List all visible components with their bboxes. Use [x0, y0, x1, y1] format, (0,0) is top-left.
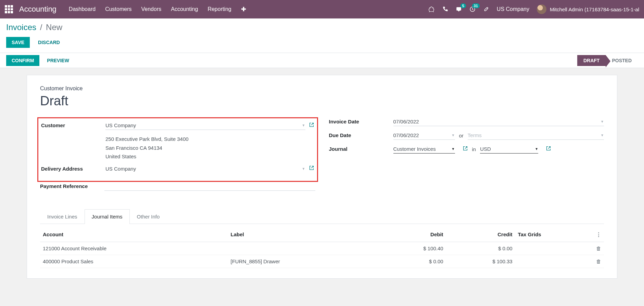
col-label: Label — [228, 227, 377, 242]
chevron-down-icon: ▼ — [601, 133, 604, 137]
breadcrumb: Invoices / New — [6, 23, 638, 32]
chevron-down-icon: ▼ — [601, 120, 604, 123]
col-account: Account — [40, 227, 228, 242]
activities-badge: 31 — [472, 3, 480, 8]
columns-menu-icon[interactable]: ⋮ — [596, 231, 601, 237]
discard-button[interactable]: DISCARD — [33, 37, 65, 48]
nav-new-icon[interactable]: ✚ — [241, 5, 246, 13]
chevron-down-icon: ▼ — [452, 133, 455, 137]
journal-items-table: Account Label Debit Credit Tax Grids ⋮ 1… — [40, 227, 604, 268]
delete-row-icon[interactable]: 🗑 — [596, 245, 601, 251]
label-payref: Payment Reference — [40, 182, 104, 189]
delivery-external-link-icon[interactable] — [309, 165, 314, 172]
brand-title[interactable]: Accounting — [19, 5, 56, 14]
user-name: Mitchell Admin (17163784-saas-15-1-al — [550, 6, 639, 12]
company-switcher[interactable]: US Company — [497, 6, 529, 12]
due-date-field[interactable]: 07/06/2022 ▼ — [393, 131, 455, 140]
invoice-date-field[interactable]: 07/06/2022 ▼ — [393, 117, 604, 126]
messages-badge: 5 — [460, 3, 466, 8]
form-sheet: Customer Invoice Draft Customer US Compa… — [27, 75, 617, 279]
col-credit: Credit — [446, 227, 515, 242]
payment-terms-field[interactable]: Terms ▼ — [468, 131, 604, 140]
avatar — [537, 4, 546, 14]
nav-accounting[interactable]: Accounting — [171, 6, 198, 12]
messages-icon[interactable]: 5 — [456, 6, 462, 12]
form-subtitle: Customer Invoice — [40, 85, 604, 92]
tab-invoice-lines[interactable]: Invoice Lines — [40, 209, 85, 224]
chevron-down-icon: ▼ — [302, 167, 305, 171]
nav-reporting[interactable]: Reporting — [207, 6, 231, 12]
journal-external-link-icon[interactable] — [463, 146, 468, 152]
nav-links: Dashboard Customers Vendors Accounting R… — [69, 6, 231, 12]
save-button[interactable]: SAVE — [6, 37, 30, 48]
label-journal: Journal — [329, 145, 393, 152]
bug-icon[interactable] — [428, 6, 434, 12]
confirm-button[interactable]: CONFIRM — [6, 55, 39, 66]
label-customer: Customer — [41, 121, 105, 128]
nav-vendors[interactable]: Vendors — [141, 6, 162, 12]
apps-icon[interactable] — [5, 5, 13, 13]
label-due-date: Due Date — [329, 131, 393, 138]
status-posted[interactable]: POSTED — [606, 55, 638, 66]
col-debit: Debit — [377, 227, 446, 242]
top-navbar: Accounting Dashboard Customers Vendors A… — [0, 0, 644, 18]
activities-icon[interactable]: 31 — [469, 6, 476, 12]
user-menu[interactable]: Mitchell Admin (17163784-saas-15-1-al — [537, 4, 639, 14]
delivery-field[interactable]: US Company ▼ — [105, 164, 305, 173]
currency-field[interactable]: USD ▼ — [480, 145, 538, 154]
status-draft[interactable]: DRAFT — [577, 55, 606, 66]
highlight-box: Customer US Company ▼ 250 Executive — [37, 117, 318, 182]
table-row[interactable]: 400000 Product Sales [FURN_8855] Drawer … — [40, 255, 604, 268]
notebook-tabs: Invoice Lines Journal Items Other Info — [40, 209, 604, 224]
breadcrumb-parent[interactable]: Invoices — [6, 23, 36, 32]
currency-external-link-icon[interactable] — [546, 146, 551, 152]
preview-button[interactable]: PREVIEW — [41, 55, 75, 66]
customer-address: 250 Executive Park Blvd, Suite 3400 San … — [105, 135, 189, 161]
label-invoice-date: Invoice Date — [329, 117, 393, 124]
journal-field[interactable]: Customer Invoices ▼ — [393, 145, 455, 154]
chevron-down-icon: ▼ — [452, 147, 455, 151]
customer-external-link-icon[interactable] — [309, 122, 314, 129]
col-taxgrids: Tax Grids — [515, 227, 593, 242]
nav-dashboard[interactable]: Dashboard — [69, 6, 96, 12]
payment-reference-field[interactable] — [104, 182, 315, 191]
control-panel: Invoices / New SAVE DISCARD — [0, 18, 644, 53]
tab-other-info[interactable]: Other Info — [130, 209, 167, 224]
table-row[interactable]: 121000 Account Receivable $ 100.40 $ 0.0… — [40, 242, 604, 255]
label-delivery: Delivery Address — [41, 164, 105, 172]
tab-journal-items[interactable]: Journal Items — [85, 209, 130, 224]
form-title: Draft — [40, 94, 604, 108]
phone-icon[interactable] — [442, 6, 448, 12]
breadcrumb-current: New — [46, 23, 62, 32]
nav-customers[interactable]: Customers — [105, 6, 131, 12]
chevron-down-icon: ▼ — [302, 123, 305, 127]
statusbar: CONFIRM PREVIEW DRAFT POSTED — [0, 53, 644, 68]
customer-field[interactable]: US Company ▼ — [105, 121, 305, 130]
chevron-down-icon: ▼ — [535, 147, 538, 151]
tools-icon[interactable] — [483, 6, 489, 12]
delete-row-icon[interactable]: 🗑 — [596, 258, 601, 264]
